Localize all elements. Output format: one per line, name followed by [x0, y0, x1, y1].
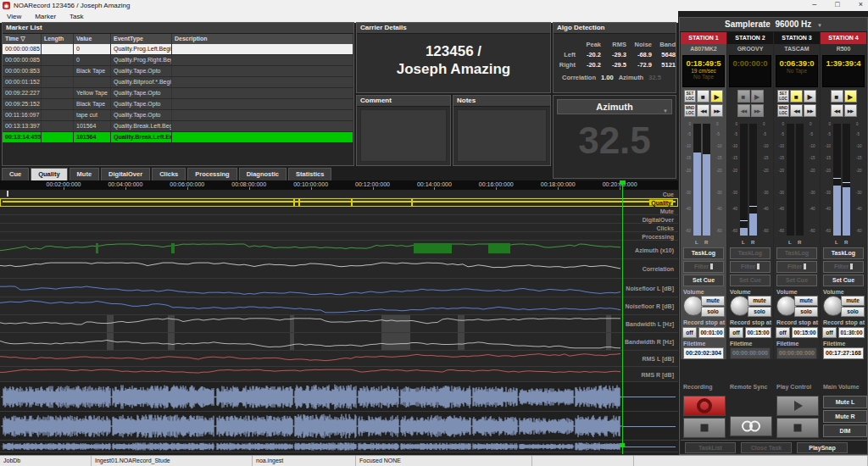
play-button[interactable]: [776, 396, 819, 416]
mute-right-button[interactable]: Mute R: [823, 410, 867, 423]
playhead-handle[interactable]: [620, 180, 626, 185]
tab-statistics[interactable]: Statistics: [288, 168, 331, 180]
set-cue-button[interactable]: Set Cue: [683, 275, 724, 286]
marker-row[interactable]: 00:00:00:0850Quality.Prog.Right.Begin: [3, 55, 353, 66]
stop-button[interactable]: ■: [737, 90, 750, 103]
solo-button[interactable]: solo: [841, 307, 865, 317]
stop-button[interactable]: ■: [790, 90, 803, 103]
menu-item-marker[interactable]: Marker: [28, 13, 63, 20]
record-stop-off-button[interactable]: off: [822, 327, 837, 338]
record-button[interactable]: [683, 396, 726, 416]
dim-button[interactable]: DIM: [823, 424, 867, 437]
track-row-bandwidth-r-hz-[interactable]: Bandwidth R [Hz]: [0, 333, 678, 351]
fast-forward-button[interactable]: ▶▶: [751, 104, 764, 117]
tab-digitalover[interactable]: DigitalOver: [101, 168, 150, 180]
samplerate-selector[interactable]: Samplerate 96000 Hz ▼: [680, 18, 867, 32]
track-row-azimuth-x10-[interactable]: Azimuth (x10): [0, 241, 678, 259]
track-row-cue[interactable]: Cue: [0, 190, 678, 198]
tasklog-button[interactable]: TaskLog: [730, 247, 771, 259]
rewind-button[interactable]: ◀◀: [737, 104, 750, 117]
solo-button[interactable]: solo: [748, 307, 771, 317]
column-header-length[interactable]: Length: [42, 34, 74, 44]
track-row-processing[interactable]: Processing: [0, 232, 678, 241]
stop-button[interactable]: ■: [831, 90, 843, 103]
marker-list-header[interactable]: Time ▽LengthValueEventTypeDescription: [3, 34, 353, 44]
tasklist-button[interactable]: TaskList: [685, 442, 736, 453]
track-row-bandwidth-l-hz-[interactable]: Bandwidth L [Hz]: [0, 315, 678, 333]
fast-forward-button[interactable]: ▶▶: [710, 104, 723, 117]
track-row-noisefloor-l-db-[interactable]: Noisefloor L [dB]: [0, 279, 678, 297]
set-cue-button[interactable]: Set Cue: [730, 275, 771, 286]
set-cue-button[interactable]: Set Cue: [776, 275, 817, 286]
menu-item-task[interactable]: Task: [63, 13, 90, 20]
column-header-description[interactable]: Description: [172, 34, 353, 44]
marker-row[interactable]: 00:09:22:227Yellow TapeQuality.Tape.Opto: [3, 88, 353, 99]
tasklog-button[interactable]: TaskLog: [823, 247, 864, 259]
mute-button[interactable]: mute: [794, 296, 818, 306]
record-stop-off-button[interactable]: off: [729, 327, 743, 338]
rewind-button[interactable]: ◀◀: [831, 104, 843, 117]
filter-button[interactable]: Filter: [776, 261, 817, 273]
record-stop-time-field[interactable]: 00:15:00: [745, 327, 771, 338]
record-stop-off-button[interactable]: off: [682, 327, 697, 338]
menu-item-view[interactable]: View: [0, 13, 28, 20]
fast-forward-button[interactable]: ▶▶: [844, 104, 857, 117]
track-row-rms-l-db-[interactable]: RMS L [dB]: [0, 351, 678, 367]
mute-left-button[interactable]: Mute L: [823, 396, 867, 408]
marker-row[interactable]: 00:13:13:397101564Quality.Break.Left.Beg…: [3, 121, 353, 132]
track-row-noisefloor-r-db-[interactable]: Noisefloor R [dB]: [0, 297, 678, 315]
filter-button[interactable]: Filter: [683, 261, 724, 273]
play-button[interactable]: ▶: [710, 90, 723, 103]
record-stop-button[interactable]: [683, 418, 726, 438]
marker-row[interactable]: 00:13:14:455101564Quality.Break.Left.End: [3, 132, 353, 143]
marker-row[interactable]: 00:00:00:853Black TapeQuality.Tape.Opto: [3, 66, 353, 77]
track-row-quality[interactable]: Quality: [0, 198, 678, 207]
filter-button[interactable]: Filter: [730, 261, 771, 273]
wnd-loc-button[interactable]: WNDLOC: [684, 104, 696, 117]
tab-processing[interactable]: Processing: [187, 168, 236, 180]
set-cue-button[interactable]: Set Cue: [823, 275, 864, 286]
play-button[interactable]: ▶: [804, 90, 816, 103]
mute-button[interactable]: mute: [701, 296, 725, 306]
timeline-ruler[interactable]: 00:02:00:00000:04:00:00000:06:00:00000:0…: [0, 180, 678, 190]
tab-cue[interactable]: Cue: [2, 168, 29, 180]
track-row-mute[interactable]: Mute: [0, 207, 678, 215]
rewind-button[interactable]: ◀◀: [790, 104, 803, 117]
comment-textarea[interactable]: [360, 109, 447, 162]
play-stop-button[interactable]: [776, 418, 819, 438]
record-stop-time-field[interactable]: 00:15:00: [792, 327, 818, 338]
waveform-left[interactable]: [0, 382, 678, 412]
waveform-overview[interactable]: [0, 441, 678, 452]
marker-row[interactable]: 00:09:25:152Black TapeQuality.Tape.Opto: [3, 99, 353, 110]
remote-sync-button[interactable]: [730, 416, 772, 436]
record-stop-off-button[interactable]: off: [776, 327, 790, 338]
azimuth-selector[interactable]: Azimuth ▼: [557, 99, 672, 114]
filter-button[interactable]: Filter: [823, 261, 864, 273]
marker-row[interactable]: 00:11:16:097tape cutQuality.Tape.Opto: [3, 110, 353, 121]
close-button[interactable]: ×: [859, 0, 863, 8]
column-header-value[interactable]: Value: [74, 34, 111, 44]
tasklog-button[interactable]: TaskLog: [683, 247, 724, 259]
playhead-cursor[interactable]: [622, 180, 623, 454]
play-button[interactable]: ▶: [751, 90, 764, 103]
tab-clicks[interactable]: Clicks: [152, 168, 186, 180]
mute-button[interactable]: mute: [748, 296, 771, 306]
column-header-time[interactable]: Time ▽: [3, 34, 42, 44]
marker-row[interactable]: 00:00:01:152Quality.Bitproof.*.Begin: [3, 77, 353, 88]
marker-row[interactable]: 00:00:00:0850Quality.Prog.Left.Begin: [3, 44, 353, 55]
fast-forward-button[interactable]: ▶▶: [804, 104, 816, 117]
tab-mute[interactable]: Mute: [70, 168, 100, 180]
close-task-button[interactable]: Close Task: [741, 442, 792, 453]
solo-button[interactable]: solo: [701, 307, 725, 317]
maximize-button[interactable]: □: [835, 0, 839, 8]
wnd-loc-button[interactable]: WNDLOC: [777, 104, 789, 117]
record-stop-time-field[interactable]: 01:30:00: [838, 327, 865, 338]
track-row-rms-r-db-[interactable]: RMS R [dB]: [0, 367, 678, 382]
playsnap-button[interactable]: PlaySnap: [797, 442, 848, 453]
minimize-button[interactable]: –: [812, 0, 816, 8]
column-header-eventtype[interactable]: EventType: [111, 34, 172, 44]
set-loc-button[interactable]: SETLOC: [777, 90, 789, 103]
play-button[interactable]: ▶: [844, 90, 857, 103]
record-stop-time-field[interactable]: 00:01:00: [698, 327, 725, 338]
rewind-button[interactable]: ◀◀: [697, 104, 709, 117]
